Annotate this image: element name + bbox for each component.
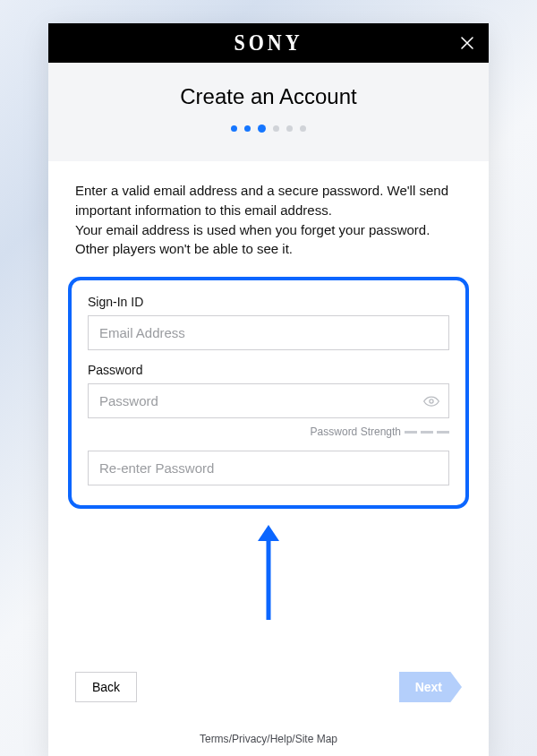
step-dot	[244, 125, 251, 132]
instruction-line: Enter a valid email address and a secure…	[75, 183, 448, 218]
password-label: Password	[88, 363, 449, 377]
instruction-line: Your email address is used when you forg…	[75, 222, 430, 257]
eye-icon[interactable]	[422, 392, 440, 410]
step-dot	[286, 125, 293, 132]
confirm-password-field[interactable]	[88, 451, 449, 485]
close-icon[interactable]	[458, 34, 476, 52]
modal-header: Create an Account	[48, 63, 489, 161]
footer-link-help[interactable]: Help	[270, 733, 293, 745]
strength-bar	[437, 431, 449, 434]
password-group: Password Password Strength	[88, 363, 449, 438]
instruction-text: Enter a valid email address and a secure…	[75, 181, 462, 259]
next-button[interactable]: Next	[399, 672, 462, 702]
top-bar: SONY	[48, 23, 489, 63]
footer-links: Terms/Privacy/Help/Site Map	[48, 724, 489, 756]
password-strength: Password Strength	[88, 425, 449, 438]
step-dot	[273, 125, 279, 132]
annotation-arrow	[75, 509, 462, 659]
signin-id-label: Sign-In ID	[88, 295, 449, 309]
strength-bar	[421, 431, 433, 434]
credentials-highlight: Sign-In ID Password Password Strength	[68, 277, 469, 509]
page-title: Create an Account	[48, 84, 489, 109]
confirm-password-group	[88, 451, 449, 485]
action-bar: Back Next	[48, 672, 489, 724]
create-account-modal: SONY Create an Account Enter a valid ema…	[48, 23, 489, 756]
svg-point-0	[430, 399, 433, 402]
footer-link-privacy[interactable]: Privacy	[232, 733, 267, 745]
sony-logo: SONY	[234, 30, 303, 56]
signin-id-group: Sign-In ID	[88, 295, 449, 350]
strength-label: Password Strength	[311, 425, 401, 438]
back-button[interactable]: Back	[75, 672, 137, 702]
step-dot	[300, 125, 306, 132]
email-field[interactable]	[88, 315, 449, 350]
strength-bar	[405, 431, 417, 434]
step-dot-active	[258, 125, 266, 133]
footer-link-sitemap[interactable]: Site Map	[295, 733, 337, 745]
step-dot	[231, 125, 237, 132]
password-field[interactable]	[88, 383, 449, 418]
footer-link-terms[interactable]: Terms	[200, 733, 229, 745]
form-content: Enter a valid email address and a secure…	[48, 161, 489, 672]
step-indicator	[48, 109, 489, 152]
